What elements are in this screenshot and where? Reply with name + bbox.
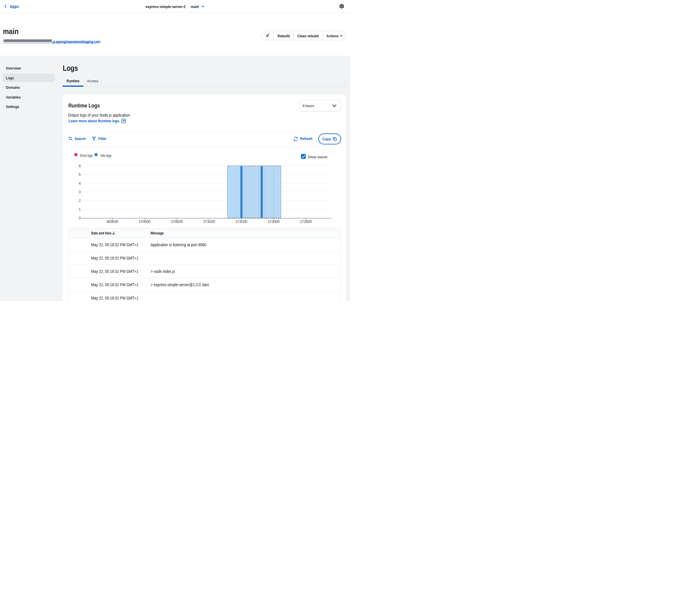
svg-text:0: 0 bbox=[79, 216, 81, 220]
svg-text:16:55:00: 16:55:00 bbox=[106, 219, 118, 224]
svg-text:1: 1 bbox=[79, 208, 81, 212]
svg-text:17:25:00: 17:25:00 bbox=[300, 219, 312, 224]
svg-text:6: 6 bbox=[79, 164, 81, 168]
svg-text:3: 3 bbox=[79, 190, 81, 194]
svg-text:4: 4 bbox=[79, 182, 81, 186]
svg-text:17:05:00: 17:05:00 bbox=[171, 219, 183, 224]
svg-text:17:00:00: 17:00:00 bbox=[139, 219, 151, 224]
svg-text:17:15:00: 17:15:00 bbox=[235, 219, 247, 224]
svg-text:5: 5 bbox=[79, 172, 81, 177]
svg-text:17:20:00: 17:20:00 bbox=[268, 219, 280, 224]
svg-text:17:10:00: 17:10:00 bbox=[203, 219, 215, 224]
svg-text:2: 2 bbox=[79, 199, 81, 203]
